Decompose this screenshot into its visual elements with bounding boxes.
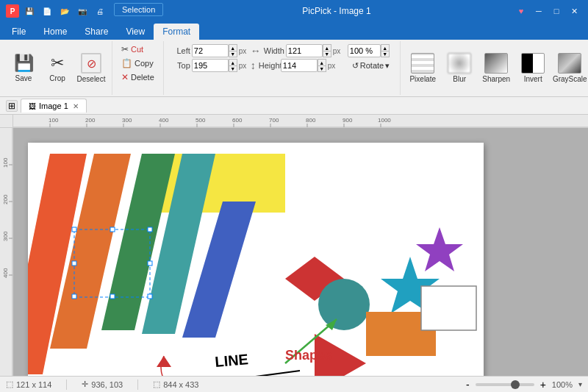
title-bar-title: PicPick - Image 1 xyxy=(160,6,513,16)
app-logo: P xyxy=(6,4,19,18)
svg-text:500: 500 xyxy=(196,117,206,124)
heart-btn[interactable]: ♥ xyxy=(513,3,529,19)
top-spin-up[interactable]: ▲ xyxy=(229,59,237,65)
image-size-icon: ⬚ xyxy=(153,379,160,389)
minimize-btn[interactable]: ─ xyxy=(531,3,547,19)
doc-tab-icon: 🖼 xyxy=(29,102,36,110)
ruler-vertical: 100 200 300 400 xyxy=(0,128,13,376)
blur-icon xyxy=(448,53,471,74)
crop-icon: ✂ xyxy=(51,54,64,73)
width-input[interactable] xyxy=(286,44,323,57)
zoom-in-btn[interactable]: + xyxy=(540,379,546,391)
tab-format[interactable]: Format xyxy=(154,24,199,40)
selection-size-item: ⬚ 121 x 114 xyxy=(6,379,51,389)
close-btn[interactable]: ✕ xyxy=(566,3,582,19)
width-spin-up[interactable]: ▲ xyxy=(323,44,331,51)
pixelate-button[interactable]: Pixelate xyxy=(405,49,440,88)
pos-left-row: Left ▲ ▼ px xyxy=(170,44,248,57)
qat-print[interactable]: 🖨 xyxy=(93,4,107,18)
top-spin-down[interactable]: ▼ xyxy=(229,65,237,72)
rotate-dropdown-icon: ▾ xyxy=(385,61,390,71)
effects-buttons: Pixelate Blur Sharpen Invert GrayScale xyxy=(405,43,587,93)
left-label: Left xyxy=(170,46,190,55)
width-spinners: ▲ ▼ xyxy=(323,44,331,57)
image-canvas[interactable]: Shapes LINE Curved Arrow with text Hello… xyxy=(28,143,484,376)
sharpen-button[interactable]: Sharpen xyxy=(478,49,514,88)
svg-rect-43 xyxy=(421,286,476,330)
copy-button[interactable]: 📋 Copy xyxy=(117,57,159,70)
delete-button[interactable]: ✕ Delete xyxy=(117,71,159,84)
grayscale-button[interactable]: GrayScale xyxy=(552,49,587,88)
left-spin-up[interactable]: ▲ xyxy=(229,44,237,51)
zoom-slider-thumb[interactable] xyxy=(511,380,520,389)
svg-text:LINE: LINE xyxy=(214,351,248,370)
qat-new[interactable]: 📄 xyxy=(40,4,54,18)
blur-button[interactable]: Blur xyxy=(442,49,477,88)
left-input[interactable] xyxy=(192,44,229,57)
svg-text:200: 200 xyxy=(85,117,96,124)
title-bar: P 💾 📄 📂 📷 🖨 ↩ ↪ ▾ Selection PicPick - Im… xyxy=(0,0,588,22)
doc-tab-close[interactable]: ✕ xyxy=(73,102,79,110)
deselect-button[interactable]: ⊘ Deselect xyxy=(75,48,107,89)
svg-text:700: 700 xyxy=(269,117,279,124)
zoom-slider[interactable] xyxy=(476,383,534,386)
height-input-group: ▲ ▼ xyxy=(281,59,326,72)
zoom-input[interactable] xyxy=(348,44,381,57)
selection-badge: Selection xyxy=(114,3,163,16)
cut-button[interactable]: ✂ Cut xyxy=(117,43,159,56)
height-spin-up[interactable]: ▲ xyxy=(318,59,326,65)
zoom-dropdown-btn[interactable]: ▾ xyxy=(578,380,582,388)
svg-line-48 xyxy=(190,371,300,376)
invert-button[interactable]: Invert xyxy=(515,49,551,88)
svg-rect-58 xyxy=(72,261,76,266)
svg-rect-60 xyxy=(72,294,76,299)
svg-rect-55 xyxy=(72,227,76,232)
height-input[interactable] xyxy=(281,59,318,72)
zoom-spin-down[interactable]: ▼ xyxy=(381,51,390,57)
tab-view[interactable]: View xyxy=(117,24,154,40)
qat-open[interactable]: 📂 xyxy=(57,4,72,18)
zoom-spin-up[interactable]: ▲ xyxy=(381,44,390,51)
qat-capture[interactable]: 📷 xyxy=(75,4,90,18)
group-effects: Pixelate Blur Sharpen Invert GrayScale xyxy=(401,41,588,95)
tab-file[interactable]: File xyxy=(3,24,35,40)
svg-text:300: 300 xyxy=(122,117,132,124)
document-tab-image1[interactable]: 🖼 Image 1 ✕ xyxy=(21,99,87,113)
pos-size-controls: Left ▲ ▼ px Top xyxy=(170,44,394,72)
maximize-btn[interactable]: □ xyxy=(548,3,564,19)
height-label: Height xyxy=(259,61,279,70)
svg-marker-41 xyxy=(416,227,463,271)
copy-icon: 📋 xyxy=(121,58,132,68)
height-spin-down[interactable]: ▼ xyxy=(318,65,326,72)
svg-text:400: 400 xyxy=(2,268,9,278)
top-input[interactable] xyxy=(192,59,229,72)
svg-marker-50 xyxy=(157,356,171,367)
width-unit: px xyxy=(333,47,342,55)
rotate-button[interactable]: ↺ Rotate ▾ xyxy=(348,59,394,72)
crop-button[interactable]: ✂ Crop xyxy=(41,48,74,89)
width-spin-down[interactable]: ▼ xyxy=(323,51,331,57)
pos-top-row: Top ▲ ▼ px xyxy=(170,59,248,72)
save-button[interactable]: 💾 Save xyxy=(7,48,40,89)
width-label: Width xyxy=(264,46,284,55)
rotate-icon: ↺ xyxy=(352,61,359,71)
svg-text:300: 300 xyxy=(2,231,9,241)
zoom-input-group: ▲ ▼ xyxy=(348,44,390,57)
svg-rect-61 xyxy=(110,294,115,299)
tabs-icon[interactable]: ⊞ xyxy=(6,100,18,112)
cut-icon: ✂ xyxy=(121,44,129,54)
tab-home[interactable]: Home xyxy=(35,24,76,40)
canvas-scroll[interactable]: Shapes LINE Curved Arrow with text Hello… xyxy=(13,128,588,376)
left-spin-down[interactable]: ▼ xyxy=(229,51,237,57)
svg-rect-62 xyxy=(148,294,152,299)
window-controls: ♥ ─ □ ✕ xyxy=(513,3,582,19)
top-input-group: ▲ ▼ xyxy=(192,59,237,72)
sharpen-icon xyxy=(484,53,508,74)
selection-size-icon: ⬚ xyxy=(6,379,13,389)
qat-save[interactable]: 💾 xyxy=(22,4,37,18)
doc-tab-label: Image 1 xyxy=(39,101,68,110)
group-position: Left ▲ ▼ px Top xyxy=(164,41,401,95)
tab-share[interactable]: Share xyxy=(76,24,117,40)
zoom-out-btn[interactable]: - xyxy=(466,379,470,391)
ribbon: 💾 Save ✂ Crop ⊘ Deselect ✂ Cut xyxy=(0,40,588,97)
